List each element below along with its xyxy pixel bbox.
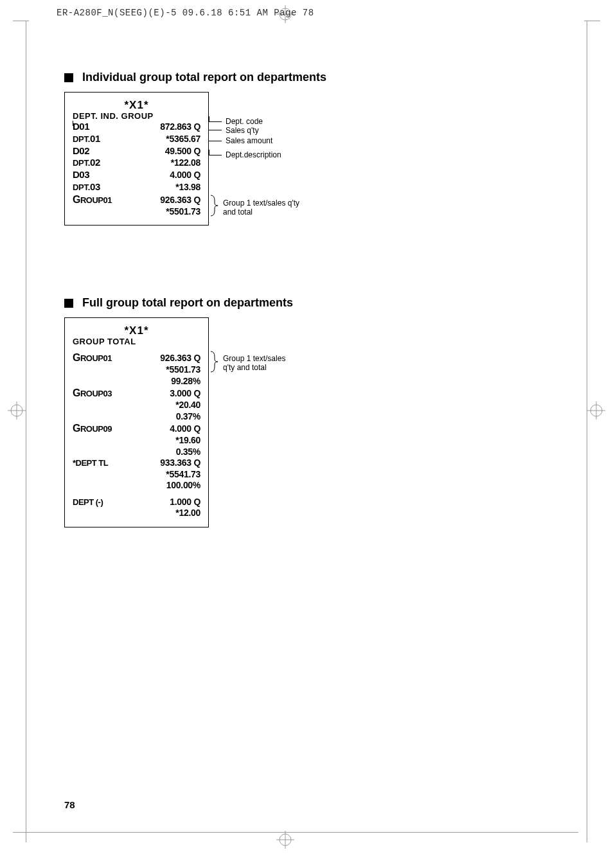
receipt-line: DPT.03*13.98 [73, 181, 200, 193]
receipt-line-right: 4.000 Q [170, 423, 200, 435]
receipt-line-right: 49.500 Q [165, 146, 200, 157]
receipt-spacer [73, 492, 200, 497]
receipt-box-1: *X1* DEPT. IND. GROUP D01872.863 QDPT.01… [64, 92, 209, 226]
receipt-line-left: GROUP03 [73, 387, 112, 400]
section-full-group: Full group total report on departments *… [64, 296, 549, 527]
receipt-line: 0.37% [73, 411, 200, 423]
annotation-dept-code: Dept. code [226, 117, 263, 126]
receipt-line-right: 4.000 Q [170, 170, 200, 181]
receipt-subheader: GROUP TOTAL [73, 337, 200, 346]
receipt-header: *X1* GROUP TOTAL [73, 324, 200, 346]
annotation-group1-line1: Group 1 text/sales [223, 354, 285, 363]
receipt-star-header: *X1* [73, 324, 200, 337]
receipt-line-left: DEPT (-) [73, 497, 103, 508]
receipt-header: *X1* DEPT. IND. GROUP [73, 99, 200, 121]
receipt-line: DPT.01*5365.67 [73, 133, 200, 145]
receipt-line-right: 926.363 Q [160, 353, 200, 364]
report-row: *X1* GROUP TOTAL GROUP01926.363 Q*5501.7… [64, 317, 549, 527]
receipt-line: GROUP094.000 Q [73, 422, 200, 435]
receipt-line-right: *5365.67 [166, 134, 200, 145]
receipt-line: *5501.73 [73, 206, 200, 218]
receipt-dpt-prefix: DPT. [73, 158, 90, 168]
annotation-line [209, 130, 222, 130]
bracket-icon [210, 195, 222, 218]
receipt-line-right: 0.35% [176, 447, 200, 458]
receipt-line-right: 3.000 Q [170, 388, 200, 400]
receipt-rows: GROUP01926.363 Q*5501.7399.28%GROUP033.0… [73, 346, 200, 519]
annotation-line [209, 116, 209, 121]
receipt-line-left: GROUP01 [73, 193, 112, 206]
receipt-line-left: D01 [73, 121, 89, 133]
receipt-grp-rest: ROUP03 [80, 389, 112, 398]
receipt-line-right: *122.08 [171, 157, 200, 169]
receipt-dpt-prefix: DPT. [73, 134, 90, 144]
receipt-dpt-number: 01 [90, 133, 100, 144]
receipt-dpt-number: 03 [90, 181, 100, 192]
receipt-line: GROUP01926.363 Q [73, 193, 200, 206]
page-outer: ER-A280F_N(SEEG)(E)-5 09.6.18 6:51 AM Pa… [0, 0, 613, 868]
receipt-line: DEPT (-)1.000 Q [73, 497, 200, 508]
receipt-line-left: DPT.01 [73, 133, 100, 145]
bullet-icon [64, 299, 73, 308]
receipt-line-right: 1.000 Q [170, 497, 200, 508]
receipt-line-right: 872.863 Q [160, 121, 200, 133]
receipt-grp-rest: ROUP09 [80, 424, 112, 434]
receipt-line-left: D03 [73, 169, 89, 181]
receipt-line-right: *13.98 [175, 182, 200, 193]
annotation-group1-line2: q'ty and total [223, 363, 267, 372]
receipt-line: *19.60 [73, 435, 200, 447]
receipt-line-right: *12.00 [175, 508, 200, 519]
receipt-line-right: 99.28% [171, 376, 200, 387]
receipt-line-right: 926.363 Q [160, 195, 200, 206]
receipt-line-right: *5501.73 [166, 364, 200, 376]
receipt-line-left: GROUP09 [73, 422, 112, 435]
receipt-line: 100.00% [73, 480, 200, 492]
receipt-line-left: GROUP01 [73, 351, 112, 364]
page-number: 78 [64, 799, 75, 810]
receipt-grp-initial: G [73, 387, 80, 398]
receipt-star-header: *X1* [73, 99, 200, 112]
receipt-line: 0.35% [73, 447, 200, 458]
receipt-box-2: *X1* GROUP TOTAL GROUP01926.363 Q*5501.7… [64, 317, 209, 527]
receipt-line-right: *20.40 [175, 400, 200, 411]
receipt-line: *5501.73 [73, 364, 200, 376]
receipt-grp-initial: G [73, 194, 80, 205]
receipt-line-left: D02 [73, 145, 89, 157]
receipt-line: GROUP01926.363 Q [73, 351, 200, 364]
receipt-line-right: 933.363 Q [160, 457, 200, 469]
receipt-line-right: *5541.73 [166, 469, 200, 481]
receipt-dpt-prefix: DPT. [73, 182, 90, 192]
annotation-sales-qty: Sales q'ty [226, 126, 259, 135]
annotation-line [209, 121, 222, 122]
receipt-subheader: DEPT. IND. GROUP [73, 111, 200, 121]
receipt-rows: D01872.863 QDPT.01*5365.67D0249.500 QDPT… [73, 121, 200, 217]
receipt-line-left: DPT.02 [73, 157, 100, 169]
receipt-line-left: *DEPT TL [73, 458, 108, 468]
registration-mark-icon [8, 402, 26, 420]
annotation-line [209, 141, 222, 141]
receipt-line: GROUP033.000 Q [73, 387, 200, 400]
receipt-line-right: 0.37% [176, 411, 200, 423]
bracket-icon [210, 351, 222, 375]
receipt-line: 99.28% [73, 376, 200, 387]
receipt-dpt-number: 02 [90, 157, 100, 168]
annotation-line [209, 150, 209, 155]
annotation-dept-desc: Dept.description [226, 150, 281, 159]
report-row: *X1* DEPT. IND. GROUP D01872.863 QDPT.01… [64, 92, 549, 226]
registration-mark-icon [587, 402, 605, 420]
section-title-row: Full group total report on departments [64, 296, 549, 310]
receipt-line-left: DPT.03 [73, 181, 100, 193]
annotation-sales-amount: Sales amount [226, 136, 272, 145]
annotation-group1-line2: and total [223, 208, 253, 217]
receipt-line: *12.00 [73, 508, 200, 519]
section-title: Full group total report on departments [82, 296, 293, 310]
receipt-line: D0249.500 Q [73, 145, 200, 157]
receipt-grp-rest: ROUP01 [80, 353, 112, 363]
page-header-slug: ER-A280F_N(SEEG)(E)-5 09.6.18 6:51 AM Pa… [57, 8, 314, 18]
receipt-line-right: *19.60 [175, 435, 200, 447]
section-title-row: Individual group total report on departm… [64, 71, 549, 84]
receipt-line-right: *5501.73 [166, 206, 200, 218]
annotation-group1-line1: Group 1 text/sales q'ty [223, 199, 299, 208]
receipt-line: DPT.02*122.08 [73, 157, 200, 169]
receipt-line: *5541.73 [73, 469, 200, 481]
